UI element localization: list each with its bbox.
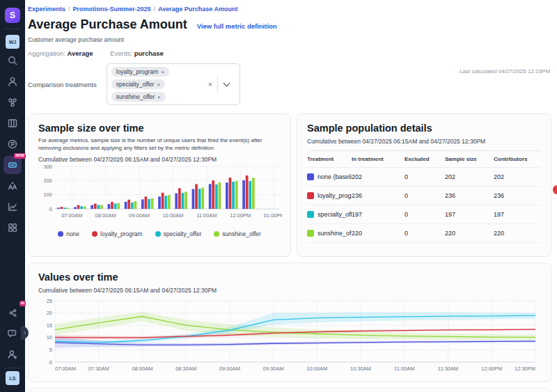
values-cumulative: Cumulative between 04/27/2025 06:15AM an… [38,287,541,294]
svg-text:09:00AM: 09:00AM [219,366,240,372]
metrics-icon[interactable] [3,198,22,216]
svg-text:10:00AM: 10:00AM [162,212,183,219]
cell-value: 220 [352,230,405,237]
treatment-color-swatch [307,192,314,199]
aggregation-value: Average [68,49,93,57]
values-line-chart[interactable]: 051015202507:00AM07:30AM08:00AM08:30AM09… [38,297,542,377]
cell-value: 202 [352,173,405,180]
segments-icon[interactable] [3,114,22,132]
svg-text:0: 0 [49,206,52,212]
pulse-icon[interactable] [3,135,22,153]
treatment-pill-label: sunshine_offer [116,93,155,100]
treatment-pill[interactable]: loyalty_program× [111,67,169,77]
treatment-pill[interactable]: sunshine_offer× [111,92,166,102]
chevron-down-icon[interactable] [223,80,230,87]
treatments-multiselect[interactable]: loyalty_program× specialty_offer× sunshi… [107,63,240,105]
invite-user-icon[interactable] [3,345,22,363]
svg-text:08:30AM: 08:30AM [175,366,196,372]
cell-value: 202 [445,173,494,180]
dashboards-icon[interactable] [3,219,22,237]
remove-tag-icon[interactable]: × [157,94,161,100]
legend-dot [155,231,161,237]
cell-value: 236 [494,192,541,199]
treatment-pill-label: loyalty_program [116,68,158,75]
svg-text:11:00AM: 11:00AM [196,212,217,219]
events-label: Events: [110,49,132,57]
cell-value: 197 [445,211,494,218]
feedback-handle[interactable] [553,185,557,194]
ai-badge: AI [19,301,26,306]
legend-dot [92,231,97,237]
sample-size-bar-chart[interactable]: 010020030007:00AM08:00AM09:00AM10:00AM11… [38,163,282,226]
cell-value: 197 [352,211,405,218]
col-in-treatment: In treatment [352,156,405,162]
remove-tag-icon[interactable]: × [161,69,164,75]
comparison-treatments-label: Comparison treatments [28,81,97,88]
legend-item-none[interactable]: none [58,230,79,237]
svg-text:20: 20 [47,310,52,316]
clear-all-icon[interactable]: × [208,80,212,88]
sample-size-description: For average metrics, sample size is the … [38,136,281,152]
multiselect-divider [217,77,218,92]
svg-text:10:30AM: 10:30AM [350,366,371,372]
svg-text:09:00AM: 09:00AM [129,212,150,219]
treatment-pill-label: specialty_offer [116,81,155,88]
user-avatar[interactable]: LS [6,371,19,385]
svg-text:300: 300 [43,164,52,170]
svg-text:0: 0 [49,359,52,366]
feature-gates-icon[interactable] [3,93,22,111]
table-header-row: Treatment In treatment Excluded Sample s… [307,151,541,168]
cell-value: 197 [494,211,541,218]
experiments-icon-active[interactable]: NEW [3,156,22,174]
sample-size-cumulative: Cumulative between 04/27/2025 06:15AM an… [38,156,281,163]
table-row: specialty_offer 197 0 197 197 [307,205,541,224]
last-calculated-text: Last calculated 04/27/2025 12:15PM [460,68,550,75]
breadcrumb-experiment-name[interactable]: Promotions-Summer-2025 [73,6,151,13]
population-table: Treatment In treatment Excluded Sample s… [307,150,541,243]
cell-value: 220 [494,230,541,237]
search-icon[interactable] [3,52,22,70]
sample-size-title: Sample size over time [38,123,281,134]
svg-text:11:30AM: 11:30AM [438,366,458,372]
aggregation-label: Aggregation: [28,49,65,57]
sample-population-card: Sample population details Cumulative bet… [297,113,551,257]
cell-value: 202 [494,173,541,180]
table-row: sunshine_offer 220 0 220 220 [307,224,541,243]
svg-text:100: 100 [43,192,52,198]
ab-test-icon[interactable] [3,177,22,195]
svg-text:08:00AM: 08:00AM [95,212,116,219]
svg-text:?: ? [11,331,14,335]
svg-text:12:00PM: 12:00PM [230,212,251,219]
metric-dispersion-card: Metric dispersion Cumulative between 04/… [28,388,551,392]
sidebar-divider [5,29,20,29]
legend-label: specialty_offer [164,230,202,237]
users-icon[interactable] [3,72,22,91]
legend-item-loyalty-program[interactable]: loyalty_program [92,230,142,237]
help-chat-icon[interactable]: ? [3,324,22,343]
population-cumulative: Cumulative between 04/27/2025 06:15AM an… [307,138,541,145]
metric-subtitle: Customer average purchase amount [28,36,551,43]
page-title: Average Purchase Amount [28,17,187,32]
col-contributors: Contributors [494,156,541,162]
values-over-time-card: Values over time Cumulative between 04/2… [28,262,551,382]
svg-text:10:00AM: 10:00AM [306,366,327,372]
cell-value: 0 [405,211,445,218]
svg-text:01:00PM: 01:00PM [264,212,282,219]
breadcrumb: Experiments/Promotions-Summer-2025/Avera… [28,6,551,13]
treatment-pill[interactable]: specialty_offer× [111,79,165,89]
workspace-avatar[interactable]: WJ [6,35,19,49]
sample-size-card: Sample size over time For average metric… [28,113,291,257]
col-excluded: Excluded [405,156,445,162]
bar-chart-legend: none loyalty_program specialty_offer sun… [38,230,281,237]
legend-dot [214,231,219,237]
new-badge: NEW [14,153,26,159]
statsig-logo-icon[interactable]: S [5,8,20,23]
legend-item-sunshine-offer[interactable]: sunshine_offer [214,230,261,237]
legend-item-specialty-offer[interactable]: specialty_offer [155,230,202,237]
ai-assistant-icon[interactable]: AI [3,304,22,322]
remove-tag-icon[interactable]: × [157,81,160,88]
sidebar-divider [5,368,20,368]
breadcrumb-experiments[interactable]: Experiments [28,6,65,13]
view-metric-definition-link[interactable]: View full metric definition [197,22,277,30]
app-window: S WJ NEW [0,0,557,392]
